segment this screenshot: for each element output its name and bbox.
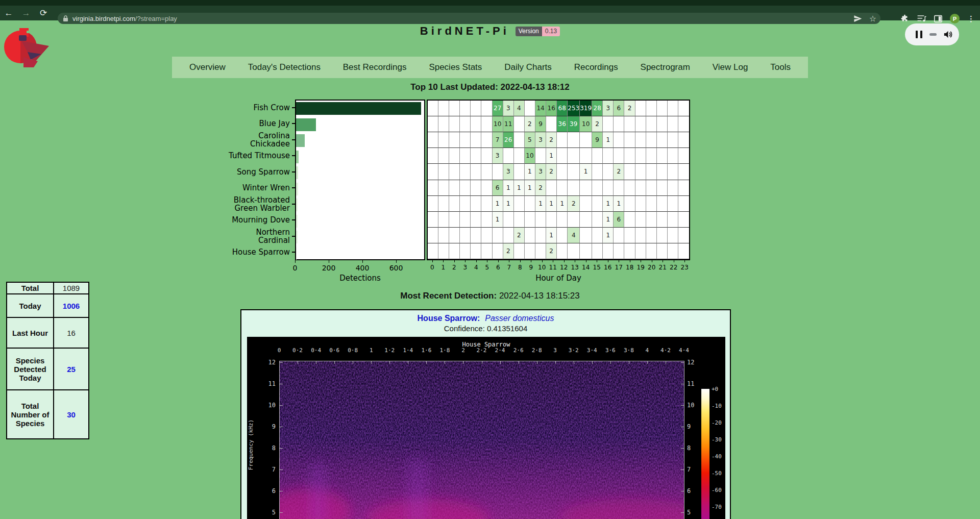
- nav-item-overview[interactable]: Overview: [189, 62, 226, 72]
- heatmap-cell: [592, 196, 603, 212]
- pause-icon[interactable]: [916, 31, 922, 38]
- browser-toolbar: ← → ⟳ virginia.birdnetpi.com/?stream=pla…: [0, 6, 980, 20]
- main-nav: OverviewToday's DetectionsBest Recording…: [172, 57, 808, 78]
- stat-species-today-link[interactable]: 25: [54, 348, 89, 390]
- browser-address-bar[interactable]: virginia.birdnetpi.com/?stream=play ☆: [58, 13, 880, 24]
- heatmap-cell: [678, 212, 689, 228]
- nav-item-today-s-detections[interactable]: Today's Detections: [248, 62, 321, 72]
- bookmark-star-icon[interactable]: ☆: [869, 14, 876, 23]
- heatmap-cell: [580, 180, 592, 196]
- tick: [280, 405, 283, 406]
- heatmap-cell: [471, 212, 481, 228]
- heatmap-cell: 2: [525, 116, 535, 132]
- heatmap-cell: [580, 196, 592, 212]
- heatmap-cell: 36: [557, 116, 568, 132]
- tick: [681, 362, 684, 363]
- extensions-icon[interactable]: [900, 14, 909, 23]
- heatmap-cell: [438, 116, 449, 132]
- tick: [280, 491, 283, 491]
- spectrogram-ytick: 8: [262, 444, 276, 452]
- heatmap-cell: [657, 180, 668, 196]
- heatmap-cell: 3: [535, 164, 546, 180]
- heatmap-cell: [646, 116, 657, 132]
- profile-avatar[interactable]: P: [950, 14, 960, 23]
- send-icon[interactable]: [853, 14, 862, 23]
- spectrogram-xtick: 4: [646, 347, 649, 354]
- detection-species-link[interactable]: House Sparrow:: [418, 314, 480, 323]
- heatmap-cell: [614, 132, 624, 148]
- tick: [334, 361, 335, 364]
- recent-detection-panel: House Sparrow:Passer domesticus Confiden…: [240, 309, 731, 519]
- hour-xtick: 7: [507, 264, 511, 271]
- heatmap-cell: [635, 132, 646, 148]
- browser-menu-icon[interactable]: ⋮: [967, 14, 975, 23]
- spectrogram-xtick: 1·4: [403, 347, 413, 354]
- spectrogram-ytick-right: 6: [687, 487, 691, 495]
- heatmap-cell: [646, 101, 657, 116]
- axis-tick-label: [362, 260, 363, 263]
- heatmap-cell: 1: [603, 132, 614, 148]
- spectrogram-ytick: 7: [262, 466, 276, 473]
- side-panel-icon[interactable]: [934, 15, 942, 23]
- nav-item-species-stats[interactable]: Species Stats: [429, 62, 482, 72]
- heatmap-cell: [449, 148, 460, 164]
- heatmap-cell: [535, 212, 546, 228]
- heatmap-cell: [624, 212, 635, 228]
- heatmap-cell: 1: [525, 180, 535, 196]
- detection-confidence: Confidence: 0.41351604: [241, 324, 730, 333]
- heatmap-cell: [481, 101, 492, 116]
- heatmap-cell: 11: [503, 116, 514, 132]
- heatmap-cell: [646, 196, 657, 212]
- heatmap-cell: [481, 132, 492, 148]
- detections-bar: [296, 151, 299, 163]
- spectrogram-xtick: 2·2: [477, 347, 487, 354]
- heatmap-cell: [624, 164, 635, 180]
- nav-item-tools[interactable]: Tools: [770, 62, 791, 72]
- seek-handle[interactable]: [929, 33, 937, 36]
- hour-xtick: 17: [615, 264, 623, 271]
- browser-reload-button[interactable]: ⟳: [35, 8, 52, 18]
- hour-xtick: 16: [604, 264, 611, 271]
- axis-tick-label: [553, 260, 553, 262]
- heatmap-cell: 68: [557, 101, 568, 116]
- heatmap-cell: [678, 196, 689, 212]
- tick: [316, 361, 316, 364]
- heatmap-cell: [460, 148, 471, 164]
- heatmap-cell: [624, 116, 635, 132]
- detections-xtick: 400: [356, 264, 370, 272]
- nav-item-spectrogram[interactable]: Spectrogram: [641, 62, 690, 72]
- heatmap-cell: 1: [603, 212, 614, 228]
- nav-item-recordings[interactable]: Recordings: [574, 62, 618, 72]
- browser-back-button[interactable]: ←: [0, 8, 17, 18]
- species-label: NorthernCardinal: [256, 228, 295, 244]
- tick: [647, 361, 648, 364]
- tick: [280, 448, 283, 449]
- axis-tick-label: [619, 260, 619, 262]
- stat-total-species-link[interactable]: 30: [54, 390, 89, 439]
- heatmap-cell: [514, 148, 525, 164]
- heatmap-cell: [428, 228, 438, 243]
- heatmap-cell: 1: [546, 228, 557, 243]
- spectrogram-xtick: 3: [553, 347, 557, 354]
- hour-xtick: 10: [538, 264, 546, 271]
- media-playlist-icon[interactable]: [917, 15, 926, 22]
- nav-item-daily-charts[interactable]: Daily Charts: [504, 62, 552, 72]
- nav-item-view-log[interactable]: View Log: [713, 62, 748, 72]
- heatmap-cell: [514, 243, 525, 259]
- speaker-icon[interactable]: [943, 30, 953, 39]
- axis-tick-label: [454, 260, 455, 262]
- heatmap-cell: [557, 132, 568, 148]
- heatmap-cell: 2: [546, 243, 557, 259]
- audio-player[interactable]: [905, 23, 959, 45]
- species-label: Song Sparrow: [237, 164, 295, 180]
- heatmap-cell: [428, 148, 438, 164]
- tick: [592, 361, 593, 364]
- species-label: Tufted Titmouse: [229, 148, 295, 164]
- nav-item-best-recordings[interactable]: Best Recordings: [343, 62, 407, 72]
- heatmap-cell: 1: [557, 196, 568, 212]
- detections-bar: [296, 199, 298, 211]
- spectrogram-ytick-right: 5: [687, 509, 691, 516]
- heatmap-cell: [603, 180, 614, 196]
- browser-forward-button[interactable]: →: [17, 8, 35, 18]
- spectrogram-xtick: 3·8: [624, 347, 634, 354]
